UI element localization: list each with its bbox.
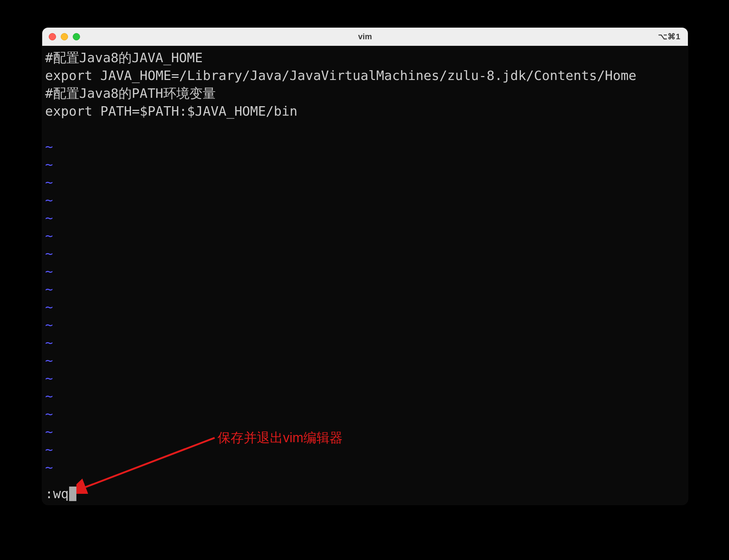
tilde-line: ~ <box>45 405 685 423</box>
terminal-body[interactable]: #配置Java8的JAVA_HOME export JAVA_HOME=/Lib… <box>42 46 688 505</box>
window-title: vim <box>358 32 372 41</box>
tilde-line: ~ <box>45 209 685 227</box>
tilde-line: ~ <box>45 280 685 298</box>
tilde-line: ~ <box>45 263 685 280</box>
vim-command-line[interactable]: :wq <box>45 485 685 505</box>
tilde-line: ~ <box>45 298 685 316</box>
title-bar: vim ⌥⌘1 <box>42 28 688 46</box>
tilde-line: ~ <box>45 227 685 245</box>
tilde-line: ~ <box>45 441 685 459</box>
window-shortcut: ⌥⌘1 <box>658 32 681 41</box>
tilde-line: ~ <box>45 245 685 263</box>
tilde-line: ~ <box>45 423 685 441</box>
file-line: export JAVA_HOME=/Library/Java/JavaVirtu… <box>45 67 685 84</box>
tilde-line: ~ <box>45 156 685 173</box>
close-button[interactable] <box>49 33 56 40</box>
tilde-line: ~ <box>45 387 685 405</box>
file-line: export PATH=$PATH:$JAVA_HOME/bin <box>45 102 685 120</box>
file-line: #配置Java8的JAVA_HOME <box>45 49 685 67</box>
terminal-window: vim ⌥⌘1 #配置Java8的JAVA_HOME export JAVA_H… <box>42 28 688 505</box>
tilde-line: ~ <box>45 334 685 352</box>
traffic-lights <box>49 33 80 40</box>
empty-buffer-area: ~ ~ ~ ~ ~ ~ ~ ~ ~ ~ ~ ~ ~ ~ ~ ~ ~ ~ ~ <box>45 138 685 485</box>
tilde-line: ~ <box>45 352 685 369</box>
cursor <box>69 487 76 501</box>
file-line: #配置Java8的PATH环境变量 <box>45 84 685 102</box>
minimize-button[interactable] <box>61 33 68 40</box>
tilde-line: ~ <box>45 316 685 334</box>
tilde-line: ~ <box>45 173 685 191</box>
tilde-line: ~ <box>45 191 685 209</box>
blank-line <box>45 120 685 138</box>
maximize-button[interactable] <box>73 33 80 40</box>
tilde-line: ~ <box>45 138 685 156</box>
tilde-line: ~ <box>45 369 685 387</box>
command-text: :wq <box>45 485 69 503</box>
tilde-line: ~ <box>45 459 685 476</box>
